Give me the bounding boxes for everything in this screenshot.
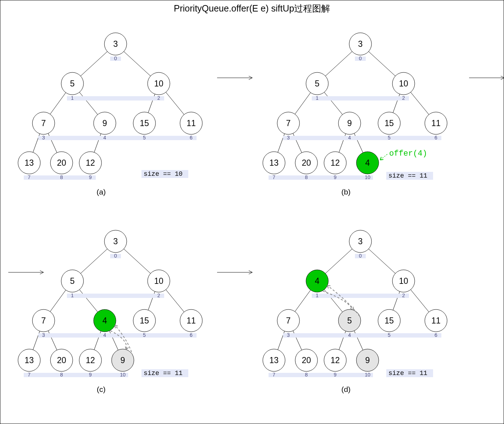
panel-label: (c)	[97, 385, 106, 393]
node-index: 9	[89, 174, 92, 180]
node-value: 4	[315, 276, 320, 286]
svg-rect-25	[312, 96, 409, 101]
node-index: 8	[305, 174, 308, 180]
svg-rect-40	[67, 294, 164, 298]
size-label: size == 11	[388, 172, 427, 179]
node-value: 15	[140, 119, 149, 128]
size-label: size == 11	[388, 370, 427, 377]
node-index: 8	[305, 372, 308, 378]
svg-rect-10	[67, 96, 164, 101]
node-value: 5	[347, 316, 352, 325]
node-value: 7	[286, 119, 291, 128]
svg-line-44	[325, 249, 352, 273]
node-value: 3	[113, 39, 118, 49]
node-index: 9	[89, 372, 92, 378]
node-index: 7	[273, 174, 275, 180]
node-value: 5	[70, 276, 75, 286]
node-value: 10	[399, 276, 408, 286]
node-value: 9	[347, 119, 352, 128]
node-index: 5	[143, 332, 146, 338]
node-value: 9	[103, 119, 107, 128]
node-value: 12	[86, 158, 95, 168]
svg-line-49	[411, 290, 429, 312]
diagram-title: PriorityQueue.offer(E e) siftUp过程图解	[0, 3, 504, 14]
svg-line-0	[81, 52, 107, 76]
node-value: 7	[286, 316, 291, 325]
svg-rect-12	[24, 175, 96, 180]
svg-line-34	[166, 290, 184, 312]
node-value: 13	[24, 356, 34, 365]
panel-d: 01234567891034107515111320129size == 11(…	[256, 220, 465, 407]
svg-line-5	[166, 92, 184, 115]
svg-line-29	[81, 249, 107, 273]
node-index: 8	[60, 174, 63, 180]
node-index: 4	[103, 135, 106, 140]
svg-rect-27	[269, 175, 373, 180]
node-value: 13	[269, 356, 279, 365]
node-index: 1	[316, 293, 319, 298]
svg-line-2	[50, 93, 66, 114]
node-value: 20	[302, 356, 311, 365]
size-label: size == 11	[144, 370, 183, 377]
panel-label: (a)	[96, 188, 106, 196]
node-value: 10	[154, 79, 163, 88]
svg-line-46	[295, 290, 311, 312]
node-index: 5	[143, 135, 146, 140]
node-value: 12	[330, 356, 340, 365]
panel-label: (b)	[341, 188, 351, 196]
node-index: 6	[435, 135, 437, 140]
node-value: 4	[103, 316, 107, 325]
node-index: 2	[157, 95, 160, 101]
node-value: 20	[57, 356, 66, 365]
node-index: 6	[190, 332, 193, 338]
node-value: 20	[57, 158, 66, 168]
transition-arrow	[216, 267, 256, 278]
panel-a: 01234567893510791511132012size == 10(a)	[11, 22, 220, 210]
node-index: 1	[71, 293, 74, 298]
node-index: 10	[120, 372, 126, 378]
offer-label: offer(4)	[389, 149, 427, 158]
svg-line-15	[369, 52, 395, 76]
svg-line-45	[369, 249, 395, 273]
node-index: 3	[42, 332, 45, 338]
node-index: 1	[316, 95, 319, 101]
node-value: 5	[315, 79, 320, 88]
svg-line-30	[124, 249, 150, 273]
node-value: 3	[358, 237, 363, 246]
node-index: 2	[157, 293, 160, 298]
node-index: 0	[359, 253, 362, 259]
node-value: 10	[154, 276, 163, 286]
node-index: 9	[334, 372, 337, 378]
node-index: 10	[365, 174, 370, 180]
node-value: 11	[186, 316, 196, 325]
node-value: 10	[399, 79, 408, 88]
node-index: 4	[348, 332, 351, 338]
node-index: 4	[103, 332, 106, 338]
node-index: 0	[114, 253, 117, 259]
size-label: size == 10	[144, 170, 183, 178]
svg-rect-11	[38, 136, 197, 140]
node-value: 15	[384, 119, 394, 128]
node-index: 0	[114, 55, 117, 61]
node-value: 4	[365, 158, 370, 168]
node-index: 2	[402, 95, 405, 101]
node-index: 6	[435, 332, 437, 338]
svg-line-19	[411, 92, 429, 115]
node-index: 4	[348, 135, 351, 140]
panel-b: 01234567891035107915111320124offer(4)siz…	[256, 22, 465, 210]
node-value: 9	[365, 356, 370, 365]
node-index: 1	[71, 95, 74, 101]
node-index: 5	[388, 332, 391, 338]
node-value: 11	[186, 119, 196, 128]
node-value: 20	[302, 158, 311, 168]
node-index: 8	[60, 372, 63, 378]
node-index: 3	[42, 135, 45, 140]
node-value: 7	[41, 316, 46, 325]
node-index: 5	[388, 135, 391, 140]
transition-arrow	[468, 72, 504, 83]
node-value: 13	[24, 158, 34, 168]
node-value: 3	[358, 39, 363, 49]
svg-rect-41	[38, 333, 197, 338]
svg-rect-42	[24, 373, 128, 377]
node-value: 5	[70, 79, 75, 88]
